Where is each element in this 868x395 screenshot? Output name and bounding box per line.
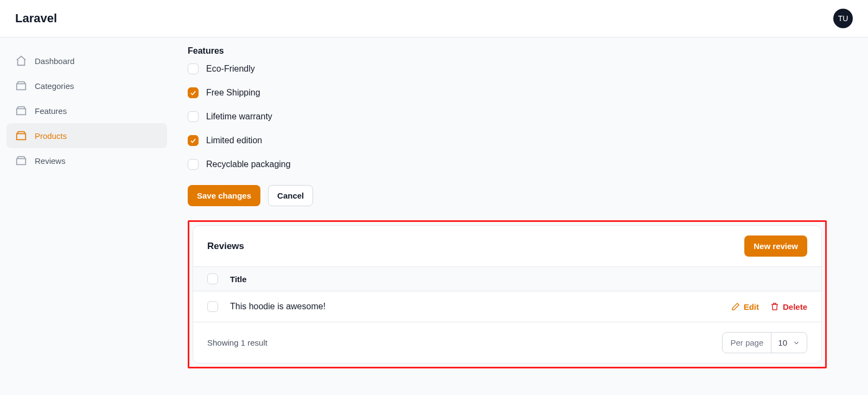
sidebar-item-label: Products xyxy=(35,131,67,141)
chevron-down-icon xyxy=(793,339,800,347)
box-icon xyxy=(15,155,27,167)
delete-label: Delete xyxy=(783,302,807,311)
reviews-panel-footer: Showing 1 result Per page 10 xyxy=(193,322,821,363)
sidebar: Dashboard Categories Features Products R… xyxy=(0,37,174,395)
sidebar-item-label: Reviews xyxy=(35,156,66,165)
box-icon xyxy=(15,105,27,117)
review-title: This hoodie is awesome! xyxy=(230,302,719,311)
main-content: Features Eco-Friendly Free Shipping Life… xyxy=(174,37,841,395)
sidebar-item-reviews[interactable]: Reviews xyxy=(7,148,167,173)
user-avatar[interactable]: TU xyxy=(833,9,853,28)
feature-free-shipping[interactable]: Free Shipping xyxy=(188,87,827,98)
checkbox-icon[interactable] xyxy=(188,111,199,122)
sidebar-item-dashboard[interactable]: Dashboard xyxy=(7,48,167,73)
sidebar-item-categories[interactable]: Categories xyxy=(7,73,167,98)
feature-limited-edition[interactable]: Limited edition xyxy=(188,135,827,146)
feature-label: Eco-Friendly xyxy=(206,64,255,74)
form-actions: Save changes Cancel xyxy=(188,185,827,206)
review-row: This hoodie is awesome! Edit Delete xyxy=(193,291,821,322)
sidebar-item-label: Features xyxy=(35,106,67,116)
app-header: Laravel TU xyxy=(0,0,868,37)
edit-icon xyxy=(731,302,741,311)
feature-recyclable-packaging[interactable]: Recyclable packaging xyxy=(188,159,827,170)
features-list: Eco-Friendly Free Shipping Lifetime warr… xyxy=(188,63,827,170)
reviews-panel-header: Reviews New review xyxy=(193,226,821,266)
feature-label: Lifetime warranty xyxy=(206,112,272,122)
home-icon xyxy=(15,55,27,67)
sidebar-item-label: Categories xyxy=(35,81,74,91)
sidebar-item-features[interactable]: Features xyxy=(7,98,167,123)
checkbox-icon[interactable] xyxy=(188,87,199,98)
edit-review-link[interactable]: Edit xyxy=(731,302,759,311)
features-heading: Features xyxy=(188,46,827,56)
reviews-highlight: Reviews New review Title This hoodie is … xyxy=(188,220,827,368)
new-review-button[interactable]: New review xyxy=(744,235,807,257)
layout: Dashboard Categories Features Products R… xyxy=(0,37,868,395)
showing-results: Showing 1 result xyxy=(207,338,722,347)
reviews-panel: Reviews New review Title This hoodie is … xyxy=(193,225,822,364)
row-actions: Edit Delete xyxy=(731,302,807,311)
checkbox-icon[interactable] xyxy=(188,135,199,146)
per-page-label: Per page xyxy=(723,333,771,353)
reviews-title: Reviews xyxy=(207,241,244,252)
per-page-select[interactable]: 10 xyxy=(771,333,807,353)
reviews-table-header: Title xyxy=(193,266,821,291)
brand-logo[interactable]: Laravel xyxy=(15,11,57,26)
feature-label: Free Shipping xyxy=(206,88,260,98)
select-all-checkbox[interactable] xyxy=(207,273,218,284)
feature-label: Recyclable packaging xyxy=(206,160,291,169)
feature-eco-friendly[interactable]: Eco-Friendly xyxy=(188,63,827,74)
edit-label: Edit xyxy=(744,302,759,311)
box-icon xyxy=(15,80,27,92)
feature-lifetime-warranty[interactable]: Lifetime warranty xyxy=(188,111,827,122)
trash-icon xyxy=(770,302,780,311)
box-icon xyxy=(15,130,27,142)
delete-review-link[interactable]: Delete xyxy=(770,302,807,311)
sidebar-item-label: Dashboard xyxy=(35,56,74,66)
feature-label: Limited edition xyxy=(206,136,262,145)
save-button[interactable]: Save changes xyxy=(188,185,260,206)
per-page-group: Per page 10 xyxy=(722,332,807,353)
checkbox-icon[interactable] xyxy=(188,159,199,170)
checkbox-icon[interactable] xyxy=(188,63,199,74)
per-page-value: 10 xyxy=(778,338,787,347)
sidebar-item-products[interactable]: Products xyxy=(7,123,167,148)
column-title: Title xyxy=(230,275,247,284)
row-checkbox[interactable] xyxy=(207,301,218,312)
cancel-button[interactable]: Cancel xyxy=(268,185,313,206)
